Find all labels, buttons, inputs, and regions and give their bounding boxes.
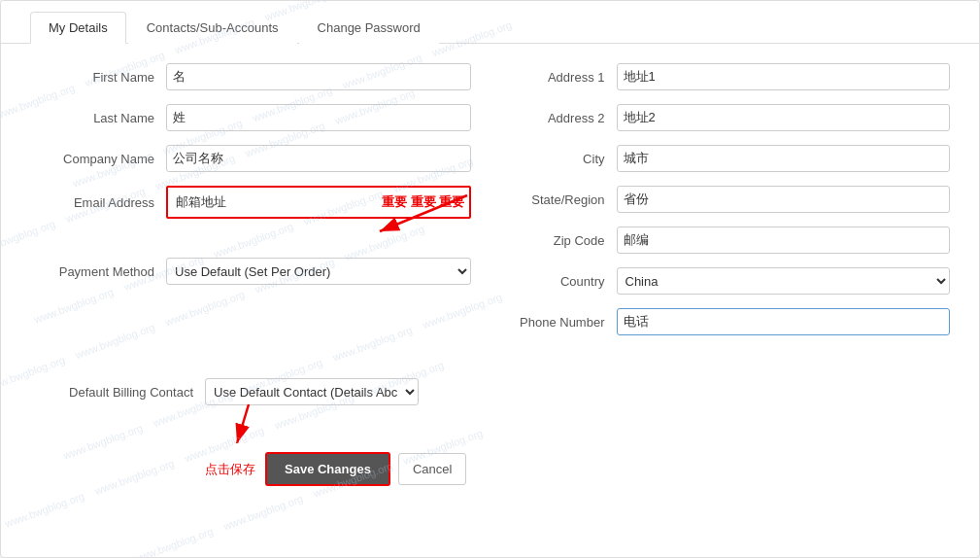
main-container: www.bwgblog.org www.bwgblog.org www.bwgb… [0,0,980,558]
city-input[interactable] [617,145,951,172]
country-label: Country [510,274,617,289]
email-row: Email Address 重要 重要 重要 [30,186,471,219]
city-label: City [510,152,617,166]
company-name-input[interactable] [166,145,471,172]
save-section-wrapper: 点击保存 Save Changes Cancel [1,438,979,500]
email-label: Email Address [30,195,166,210]
tab-change-password[interactable]: Change Password [299,12,439,44]
tab-my-details[interactable]: My Details [30,12,126,44]
click-save-label: 点击保存 [205,461,255,478]
first-name-label: First Name [30,70,166,85]
company-name-label: Company Name [30,152,166,166]
address2-row: Address 2 [510,104,951,131]
billing-label: Default Billing Contact [50,385,205,400]
state-row: State/Region [510,186,951,213]
state-input[interactable] [617,186,951,213]
payment-label: Payment Method [30,264,166,279]
email-highlight-wrapper: 重要 重要 重要 [166,186,471,219]
email-input[interactable] [172,191,374,214]
company-name-row: Company Name [30,145,471,172]
phone-input[interactable] [617,308,951,335]
zip-label: Zip Code [510,233,617,248]
phone-row: Phone Number [510,308,951,335]
save-section: 点击保存 Save Changes Cancel [1,438,979,500]
last-name-input[interactable] [166,104,471,131]
cancel-button[interactable]: Cancel [398,453,466,485]
last-name-label: Last Name [30,111,166,125]
country-row: Country China [510,267,951,295]
billing-select[interactable]: Use Default Contact (Details Abc [205,378,419,405]
address1-row: Address 1 [510,63,951,90]
tab-contacts[interactable]: Contacts/Sub-Accounts [128,12,297,44]
bottom-section: Default Billing Contact Use Default Cont… [1,368,979,438]
address1-label: Address 1 [510,70,617,85]
first-name-input[interactable] [166,63,471,90]
form-area: First Name Last Name Company Name Email … [1,44,979,368]
billing-row: Default Billing Contact Use Default Cont… [50,378,950,405]
email-important-text: 重要 重要 重要 [382,193,464,211]
address2-input[interactable] [617,104,951,131]
city-row: City [510,145,951,172]
payment-select[interactable]: Use Default (Set Per Order) [166,258,471,285]
tab-bar: My Details Contacts/Sub-Accounts Change … [1,1,979,44]
state-label: State/Region [510,192,617,207]
zip-row: Zip Code [510,227,951,254]
address2-label: Address 2 [510,111,617,125]
zip-input[interactable] [617,227,951,254]
country-select[interactable]: China [617,267,951,295]
phone-label: Phone Number [510,315,617,330]
last-name-row: Last Name [30,104,471,131]
left-column: First Name Last Name Company Name Email … [30,63,471,349]
first-name-row: First Name [30,63,471,90]
save-button[interactable]: Save Changes [265,452,390,486]
right-column: Address 1 Address 2 City State/Region [510,63,951,349]
payment-method-row: Payment Method Use Default (Set Per Orde… [30,258,471,285]
address1-input[interactable] [617,63,951,90]
